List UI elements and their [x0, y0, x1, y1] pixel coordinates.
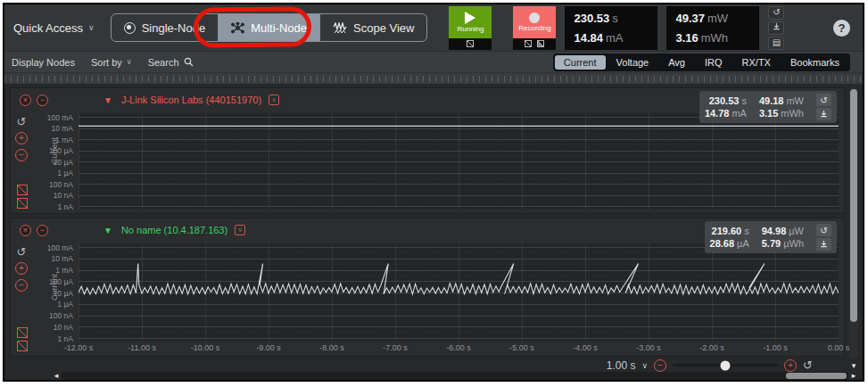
timeline-ruler[interactable]: [4, 72, 863, 84]
node-menu-icon[interactable]: ∨: [269, 95, 279, 105]
recording-button[interactable]: Recording: [513, 6, 556, 38]
close-icon[interactable]: ×: [20, 225, 31, 236]
scrollbar-track[interactable]: [849, 87, 858, 358]
tab-avg[interactable]: Avg: [659, 55, 694, 70]
scroll-right-icon[interactable]: ▸: [848, 371, 859, 380]
collapse-icon[interactable]: −: [37, 95, 48, 106]
play-icon: [465, 12, 475, 24]
y-tick-label: 10 mA: [51, 124, 73, 133]
search-button[interactable]: Search: [148, 57, 194, 68]
zoom-window-value[interactable]: 1.00 s: [607, 359, 636, 372]
multi-node-label: Multi-Node: [251, 21, 307, 35]
reset-icon[interactable]: ↺: [768, 6, 784, 20]
chart-plot[interactable]: [79, 113, 839, 210]
total-power-unit: mW: [707, 12, 728, 25]
display-nodes-label: Display Nodes: [12, 57, 75, 68]
running-button[interactable]: Running: [449, 6, 492, 38]
zoom-in-icon[interactable]: +: [15, 262, 28, 275]
zoom-slider-thumb[interactable]: [721, 360, 731, 370]
node-current-unit: mA: [732, 108, 747, 119]
sort-by-button[interactable]: Sort by ∨: [91, 57, 132, 68]
scrollbar-thumb[interactable]: [850, 89, 857, 322]
fit-curve-icon[interactable]: [17, 198, 28, 209]
export-icon[interactable]: [816, 108, 831, 120]
running-subicons: [449, 38, 492, 50]
node-energy-value: 5.79: [762, 238, 781, 249]
help-button[interactable]: ?: [833, 20, 850, 37]
multi-node-button[interactable]: Multi-Node: [218, 14, 319, 41]
view-mode-group: Single-Node Multi-Node: [111, 13, 428, 42]
y-tick-label: 1 µA: [57, 300, 73, 309]
box-slash-filled-icon[interactable]: [537, 40, 544, 47]
x-tick-label: -11.00 s: [128, 343, 156, 352]
y-tick-label: 10 nA: [54, 191, 73, 200]
close-icon[interactable]: ×: [20, 95, 31, 106]
download-icon[interactable]: [768, 21, 784, 35]
x-tick-label: -4.00 s: [573, 343, 598, 352]
tab-irq[interactable]: IRQ: [696, 55, 732, 70]
zoom-out-icon[interactable]: −: [654, 359, 666, 372]
panel-zoom-controls: ↺ + −: [15, 117, 28, 161]
zoom-out-icon[interactable]: −: [15, 149, 28, 161]
scope-view-button[interactable]: Scope View: [319, 14, 426, 41]
y-tick-label: 100 µA: [49, 277, 73, 286]
quick-access-menu[interactable]: Quick Access ∨: [13, 21, 95, 35]
y-tick-label: 100 nA: [49, 180, 73, 189]
reset-zoom-icon[interactable]: ↺: [803, 358, 813, 372]
y-axis-labels: 100 mA10 mA1 mA100 µA10 µA1 µA100 nA10 n…: [34, 113, 77, 210]
zoom-in-icon[interactable]: +: [15, 132, 28, 144]
recording-control: Recording: [513, 6, 556, 50]
scroll-left-icon[interactable]: ◂: [51, 371, 62, 380]
chart-plot[interactable]: [79, 243, 839, 342]
fit-curve-icon[interactable]: [17, 341, 28, 351]
undo-zoom-icon[interactable]: ↺: [17, 247, 27, 258]
box-slash-icon[interactable]: [467, 40, 474, 47]
node-menu-icon[interactable]: ∨: [235, 225, 245, 235]
scroll-down-icon[interactable]: ▾: [849, 361, 858, 370]
reset-zoom-icon[interactable]: ↺: [816, 224, 831, 236]
zoom-in-icon[interactable]: +: [784, 359, 797, 372]
radio-icon: [124, 22, 136, 34]
toolbar: Quick Access ∨ Single-Node Multi-: [4, 4, 863, 51]
export-icon[interactable]: [816, 238, 831, 251]
node-name: J-Link Silicon Labs (440151970): [121, 95, 261, 105]
y-tick-label: 10 nA: [54, 323, 73, 332]
y-tick-label: 100 mA: [47, 243, 73, 252]
x-tick-label: -8.00 s: [319, 343, 344, 352]
y-tick-label: 100 nA: [49, 311, 73, 320]
x-tick-label: 0.00 s: [828, 343, 850, 352]
filter-bar: Display Nodes Sort by ∨ Search CurrentVo…: [4, 51, 863, 72]
tab-current[interactable]: Current: [555, 55, 606, 70]
undo-zoom-icon[interactable]: ↺: [17, 117, 27, 128]
node-time-value: 230.53: [709, 95, 740, 106]
single-node-button[interactable]: Single-Node: [112, 14, 219, 41]
waveform-icon: [333, 22, 347, 34]
node-current-unit: µA: [737, 238, 749, 249]
node-current-value: 28.68: [710, 238, 735, 249]
x-tick-label: -7.00 s: [383, 343, 408, 352]
node-power-unit: µW: [789, 226, 804, 236]
node-panel-jlink: × − ▼ J-Link Silicon Labs (440151970) ∨ …: [10, 87, 845, 214]
chevron-down-icon[interactable]: ∨: [642, 361, 649, 370]
collapse-icon[interactable]: −: [37, 225, 48, 236]
x-tick-label: -5.00 s: [509, 343, 534, 352]
display-nodes-button[interactable]: Display Nodes: [12, 57, 75, 68]
total-power-value: 49.37: [675, 12, 705, 25]
fit-curve-icon[interactable]: [17, 327, 28, 338]
tab-bookmarks[interactable]: Bookmarks: [781, 55, 848, 70]
report-icon[interactable]: ▤: [768, 37, 784, 50]
zoom-out-icon[interactable]: −: [15, 279, 28, 292]
tab-rx-tx[interactable]: RX/TX: [733, 55, 780, 70]
scope-view-label: Scope View: [353, 21, 414, 35]
fit-curve-icon[interactable]: [17, 185, 28, 195]
power-energy-stats: 49.37mW 3.16mWh: [666, 6, 759, 50]
scrollbar-thumb[interactable]: [786, 373, 847, 379]
zoom-slider[interactable]: [673, 364, 778, 366]
scrollbar-track[interactable]: [62, 372, 848, 380]
tab-voltage[interactable]: Voltage: [608, 55, 658, 70]
reset-zoom-icon[interactable]: ↺: [816, 94, 831, 106]
node-time-value: 219.60: [712, 226, 742, 236]
y-tick-label: 1 nA: [58, 334, 74, 343]
box-slash-icon[interactable]: [525, 40, 532, 47]
search-icon: [184, 57, 194, 67]
